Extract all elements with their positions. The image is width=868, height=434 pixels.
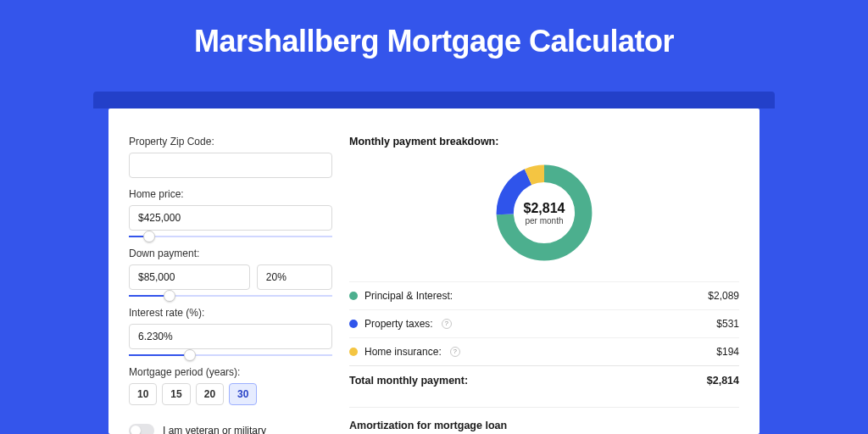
home-price-slider-thumb[interactable] bbox=[143, 231, 155, 242]
breakdown-title: Monthly payment breakdown: bbox=[349, 136, 739, 147]
down-payment-label: Down payment: bbox=[129, 248, 332, 259]
breakdown-item-taxes: Property taxes: ? $531 bbox=[349, 309, 739, 337]
veteran-toggle-knob bbox=[131, 426, 141, 434]
down-payment-slider-thumb[interactable] bbox=[164, 290, 175, 302]
breakdown-item-insurance: Home insurance: ? $194 bbox=[349, 337, 739, 365]
help-icon[interactable]: ? bbox=[450, 347, 460, 357]
interest-label: Interest rate (%): bbox=[129, 307, 332, 319]
period-btn-20[interactable]: 20 bbox=[196, 383, 224, 405]
calculator-card: Property Zip Code: Home price: Down paym… bbox=[108, 108, 760, 434]
breakdown-list: Principal & Interest: $2,089 Property ta… bbox=[349, 281, 739, 395]
down-payment-slider[interactable] bbox=[129, 295, 332, 297]
down-payment-input[interactable] bbox=[129, 264, 250, 290]
down-payment-pct-input[interactable] bbox=[257, 264, 332, 290]
breakdown-total-value: $2,814 bbox=[707, 375, 739, 387]
period-btn-10[interactable]: 10 bbox=[129, 383, 157, 405]
breakdown-item-principal: Principal & Interest: $2,089 bbox=[349, 281, 739, 309]
zip-label: Property Zip Code: bbox=[129, 136, 332, 147]
period-btn-30[interactable]: 30 bbox=[229, 383, 257, 405]
veteran-toggle[interactable] bbox=[129, 424, 154, 434]
period-options: 10 15 20 30 bbox=[129, 383, 332, 405]
zip-input[interactable] bbox=[129, 153, 332, 178]
interest-slider[interactable] bbox=[129, 354, 332, 356]
breakdown-item-label: Principal & Interest: bbox=[364, 290, 453, 302]
home-price-label: Home price: bbox=[129, 188, 332, 200]
breakdown-item-value: $194 bbox=[716, 346, 739, 358]
interest-slider-fill bbox=[129, 354, 190, 356]
breakdown-panel: Monthly payment breakdown: $2,814 per mo… bbox=[349, 129, 739, 434]
breakdown-item-label: Property taxes: bbox=[364, 318, 433, 330]
dot-icon bbox=[349, 348, 358, 356]
interest-input[interactable] bbox=[129, 324, 332, 349]
breakdown-item-label: Home insurance: bbox=[364, 346, 442, 358]
page-title: Marshallberg Mortgage Calculator bbox=[0, 0, 868, 59]
veteran-label: I am veteran or military bbox=[163, 425, 266, 434]
amortization-section: Amortization for mortgage loan Amortizat… bbox=[349, 407, 739, 434]
breakdown-item-value: $2,089 bbox=[708, 290, 739, 302]
donut-center-amount: $2,814 bbox=[524, 201, 565, 216]
interest-slider-thumb[interactable] bbox=[184, 349, 196, 361]
amortization-title: Amortization for mortgage loan bbox=[349, 420, 739, 431]
period-label: Mortgage period (years): bbox=[129, 366, 332, 378]
dot-icon bbox=[349, 320, 358, 328]
breakdown-item-value: $531 bbox=[716, 318, 739, 330]
inputs-panel: Property Zip Code: Home price: Down paym… bbox=[129, 129, 332, 434]
help-icon[interactable]: ? bbox=[442, 319, 452, 329]
breakdown-total-label: Total monthly payment: bbox=[349, 375, 468, 387]
home-price-input[interactable] bbox=[129, 205, 332, 231]
breakdown-total-row: Total monthly payment: $2,814 bbox=[349, 365, 739, 395]
dot-icon bbox=[349, 292, 358, 300]
card-header-bar bbox=[93, 92, 775, 108]
donut-center-sub: per month bbox=[525, 216, 563, 225]
donut-chart: $2,814 per month bbox=[492, 161, 596, 264]
donut-chart-wrap: $2,814 per month bbox=[349, 156, 739, 276]
period-btn-15[interactable]: 15 bbox=[162, 383, 190, 405]
home-price-slider[interactable] bbox=[129, 236, 332, 237]
